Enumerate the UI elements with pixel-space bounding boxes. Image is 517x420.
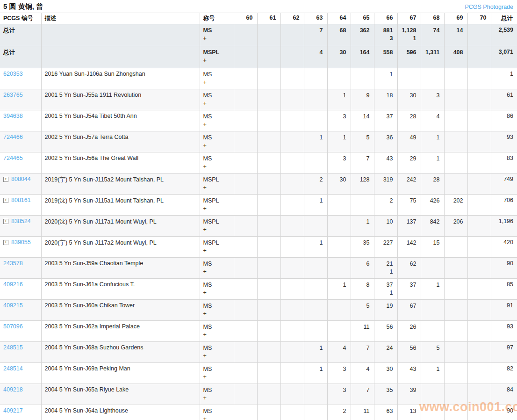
pcgs-number-link[interactable]: 263765 [3,92,23,98]
pcgs-number-link[interactable]: 808044 [11,176,31,182]
description-text: 2019(宁) 5 Yn Sun-J115a2 Mount Taishan, P… [45,176,164,183]
grade-count: 596 [399,49,416,57]
table-row: 2485142004 5 Yn Sun-J69a Peking ManMS+13… [0,363,517,384]
designation-plus-line: + [203,289,230,297]
grade-cell [280,321,304,342]
grade-count: 28 [399,113,416,121]
grade-cell: 30 [374,363,397,384]
rows-section: 6203532016 Yuan Sun-J106a Sun ZhongshanM… [0,68,517,420]
grade-count: 2 [329,407,346,415]
grade-cell [467,68,491,89]
grade-cell [467,237,491,258]
designation-line: MSPL [203,197,230,205]
grade-cell: 35 [374,384,397,405]
grade-cell: 6 [351,258,374,279]
grade-cell: 37 [397,279,421,300]
expand-icon[interactable]: + [3,240,8,245]
designation-plus-line: + [203,79,230,87]
grade-cell: 7 [351,384,374,405]
photograde-link[interactable]: PCGS Photograde [465,4,513,10]
page-header: 5 圆 黄铜, 普 PCGS Photograde [0,0,517,13]
plus-grade-count: 1 [399,35,416,43]
grade-cell [257,258,280,279]
expand-icon[interactable]: + [3,219,8,224]
pcgs-number-link[interactable]: 409216 [3,281,23,288]
pcgs-number-link[interactable]: 409218 [3,386,23,393]
grade-count: 1,311 [422,49,440,57]
pcgs-number-link[interactable]: 243578 [3,260,23,267]
grade-cell: 35 [351,237,374,258]
grade-cell: 5 [421,342,444,363]
pcgs-number-link[interactable]: 507096 [3,323,23,330]
pcgs-number-link[interactable]: 394638 [3,113,23,119]
grade-cell [280,405,304,420]
grade-count: 30 [329,176,346,184]
grade-cell: 596 [397,46,421,68]
pcgs-number-link[interactable]: 724465 [3,155,23,161]
grade-cell: 26 [397,321,421,342]
grade-cell: 1 [304,195,327,216]
grade-count: 4 [422,113,440,121]
expand-icon[interactable]: + [3,198,8,203]
table-row: 4092162003 5 Yn Sun-J61a Confucious T.MS… [0,279,517,300]
grade-cell [351,195,374,216]
grade-cell [444,131,467,152]
page-title: 5 圆 黄铜, 普 [3,2,43,11]
grade-cell: 28 [397,110,421,131]
grade-cell [234,152,257,174]
designation-plus-line: + [203,121,230,129]
designation-cell: MS+ [200,89,234,110]
grade-cell: 43 [397,363,421,384]
grade-cell: 206 [444,216,467,237]
pcgs-number-cell: 724465 [0,152,41,174]
pcgs-number-cell: +808161 [0,195,41,216]
description-cell: 2004 5 Yn Sun-J69a Peking Man [41,363,200,384]
grade-cell: 842 [421,216,444,237]
pcgs-number-link[interactable]: 409215 [3,302,23,309]
row-total-cell: 2,539 [491,24,517,46]
pcgs-number-link[interactable]: 808161 [11,197,31,203]
grade-cell [327,300,351,321]
designation-line: MSPL [203,218,230,226]
grade-count: 56 [399,344,416,352]
grade-count: 1,128 [399,27,416,35]
pcgs-number-cell: +839055 [0,237,41,258]
grade-cell [280,131,304,152]
grade-count: 4 [352,365,370,373]
grade-count: 1 [329,134,346,142]
grade-count: 26 [399,323,416,331]
grade-cell [467,363,491,384]
grade-count: 1 [422,365,440,373]
designation-cell: MS+ [200,384,234,405]
pcgs-number-link[interactable]: 838524 [11,218,31,224]
description-cell: 2002 5 Yn Sun-J56a The Great Wall [41,152,200,174]
designation-cell: MSPL+ [200,174,234,195]
description-text: 2016 Yuan Sun-J106a Sun Zhongshan [45,71,145,77]
description-text: 2001 5 Yn Sun-J54a Tibet 50th Ann [45,113,137,119]
pcgs-number-link[interactable]: 839055 [11,239,31,246]
total-row: 总计MSPL+4301645585961,3114083,071 [0,46,517,68]
pcgs-number-link[interactable]: 409217 [3,407,23,414]
table-row: 4092172004 5 Yn Sun-J64a LighthouseMS+21… [0,405,517,420]
row-total-cell: 61 [491,89,517,110]
grade-cell [304,384,327,405]
grade-cell [444,258,467,279]
grade-cell [444,363,467,384]
pcgs-number-link[interactable]: 248514 [3,365,23,372]
description-cell: 2003 5 Yn Sun-J59a Chaotian Temple [41,258,200,279]
pcgs-number-link[interactable]: 620353 [3,71,23,77]
pcgs-number-link[interactable]: 724466 [3,134,23,140]
grade-cell [234,342,257,363]
row-total-cell: 420 [491,237,517,258]
grade-count: 35 [375,386,393,394]
description-text: 2003 5 Yn Sun-J61a Confucious T. [45,281,135,288]
column-header: 64 [327,13,351,24]
grade-cell [257,110,280,131]
grade-count: 62 [399,260,416,268]
row-total-cell: 82 [491,363,517,384]
description-text: 2001 5 Yn Sun-J55a 1911 Revolution [45,92,142,98]
grade-cell [327,216,351,237]
grade-cell: 319 [374,174,397,195]
expand-icon[interactable]: + [3,177,8,182]
pcgs-number-link[interactable]: 248515 [3,344,23,351]
